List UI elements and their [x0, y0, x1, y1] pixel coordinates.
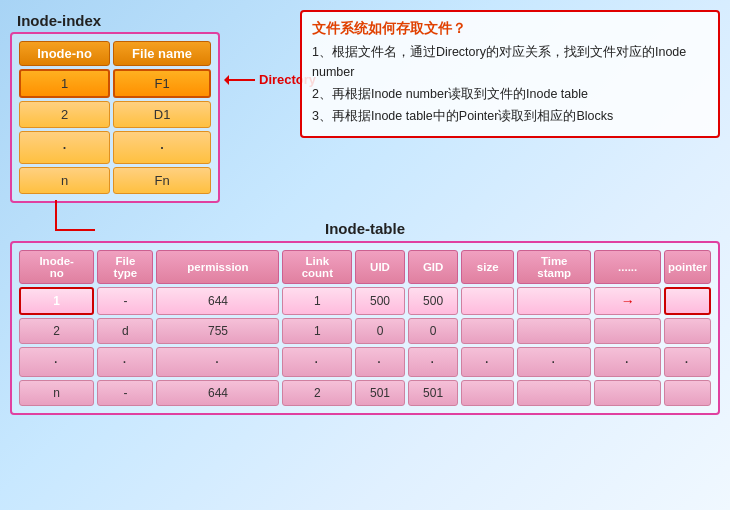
inode-table-cell: ·: [461, 347, 514, 377]
index-cell-inode-no: 1: [19, 69, 110, 98]
inode-table-cell: [664, 287, 711, 315]
inode-table-header-9: pointer: [664, 250, 711, 284]
inode-index-title: Inode-index: [15, 12, 101, 29]
inode-table: Inode-noFiletypepermissionLinkcountUIDGI…: [16, 247, 714, 409]
inode-table-cell: 644: [156, 380, 279, 406]
inode-table-cell: ·: [594, 347, 661, 377]
inode-table-cell: [517, 287, 591, 315]
inode-table-cell: 501: [408, 380, 458, 406]
index-header-inode-no: Inode-no: [19, 41, 110, 66]
inode-table-cell: ·: [664, 347, 711, 377]
arrow-line: [225, 79, 255, 81]
index-cell-file-name: ·: [113, 131, 211, 164]
inode-table-cell: 500: [408, 287, 458, 315]
inode-table-header-1: Filetype: [97, 250, 153, 284]
inode-table-cell: 0: [355, 318, 405, 344]
inode-table-cell: [461, 287, 514, 315]
inode-table-cell: [517, 380, 591, 406]
inode-table-cell: [594, 318, 661, 344]
inode-table-cell: ·: [97, 347, 153, 377]
inode-table-cell: d: [97, 318, 153, 344]
info-line-1: 2、再根据Inode number读取到文件的Inode table: [312, 84, 708, 104]
index-cell-file-name: D1: [113, 101, 211, 128]
inode-table-cell: ·: [156, 347, 279, 377]
inode-table-cell: [664, 380, 711, 406]
inode-table-cell: [664, 318, 711, 344]
inode-table-header-4: UID: [355, 250, 405, 284]
inode-table-header-8: ......: [594, 250, 661, 284]
inode-table-cell: ·: [282, 347, 352, 377]
inode-table-row: n-6442501501: [19, 380, 711, 406]
inode-table-header-2: permission: [156, 250, 279, 284]
inode-table-section: Inode-table Inode-noFiletypepermissionLi…: [10, 220, 720, 500]
inode-index-table: Inode-no File name 1F12D1··nFn: [16, 38, 214, 197]
inode-table-cell: [461, 318, 514, 344]
inode-table-header-5: GID: [408, 250, 458, 284]
index-cell-inode-no: ·: [19, 131, 110, 164]
inode-table-outer: Inode-noFiletypepermissionLinkcountUIDGI…: [10, 241, 720, 415]
inode-table-cell: 2: [282, 380, 352, 406]
index-cell-file-name: F1: [113, 69, 211, 98]
inode-table-cell: n: [19, 380, 94, 406]
info-body: 1、根据文件名，通过Directory的对应关系，找到文件对应的Inode nu…: [312, 42, 708, 126]
index-cell-inode-no: 2: [19, 101, 110, 128]
index-cell-inode-no: n: [19, 167, 110, 194]
inode-table-cell: 501: [355, 380, 405, 406]
info-title: 文件系统如何存取文件？: [312, 20, 708, 38]
inode-table-cell: [517, 318, 591, 344]
inode-table-cell: [594, 380, 661, 406]
inode-table-cell: ·: [19, 347, 94, 377]
inode-table-cell: 1: [282, 318, 352, 344]
inode-table-cell: ·: [517, 347, 591, 377]
inode-table-cell: 2: [19, 318, 94, 344]
inode-table-cell: ·: [408, 347, 458, 377]
inode-table-header-3: Linkcount: [282, 250, 352, 284]
inode-table-cell: [461, 380, 514, 406]
inode-table-row: ··········: [19, 347, 711, 377]
inode-table-row: 1-6441500500 →: [19, 287, 711, 315]
index-header-file-name: File name: [113, 41, 211, 66]
inode-table-header-0: Inode-no: [19, 250, 94, 284]
inode-index-box: Inode-no File name 1F12D1··nFn: [10, 32, 220, 203]
inode-table-cell: 500: [355, 287, 405, 315]
inode-table-cell: 644: [156, 287, 279, 315]
info-box: 文件系统如何存取文件？ 1、根据文件名，通过Directory的对应关系，找到文…: [300, 10, 720, 138]
inode-table-row: 2d755100: [19, 318, 711, 344]
inode-table-cell: 0: [408, 318, 458, 344]
info-line-2: 3、再根据Inode table中的Pointer读取到相应的Blocks: [312, 106, 708, 126]
index-cell-file-name: Fn: [113, 167, 211, 194]
inode-table-cell: ·: [355, 347, 405, 377]
inode-table-cell: -: [97, 287, 153, 315]
info-line-0: 1、根据文件名，通过Directory的对应关系，找到文件对应的Inode nu…: [312, 42, 708, 82]
inode-table-header-7: Timestamp: [517, 250, 591, 284]
inode-table-title: Inode-table: [10, 220, 720, 237]
inode-table-cell: 755: [156, 318, 279, 344]
inode-table-cell: 1: [19, 287, 94, 315]
inode-table-cell: →: [594, 287, 661, 315]
inode-table-cell: 1: [282, 287, 352, 315]
inode-table-cell: -: [97, 380, 153, 406]
inode-table-header-6: size: [461, 250, 514, 284]
